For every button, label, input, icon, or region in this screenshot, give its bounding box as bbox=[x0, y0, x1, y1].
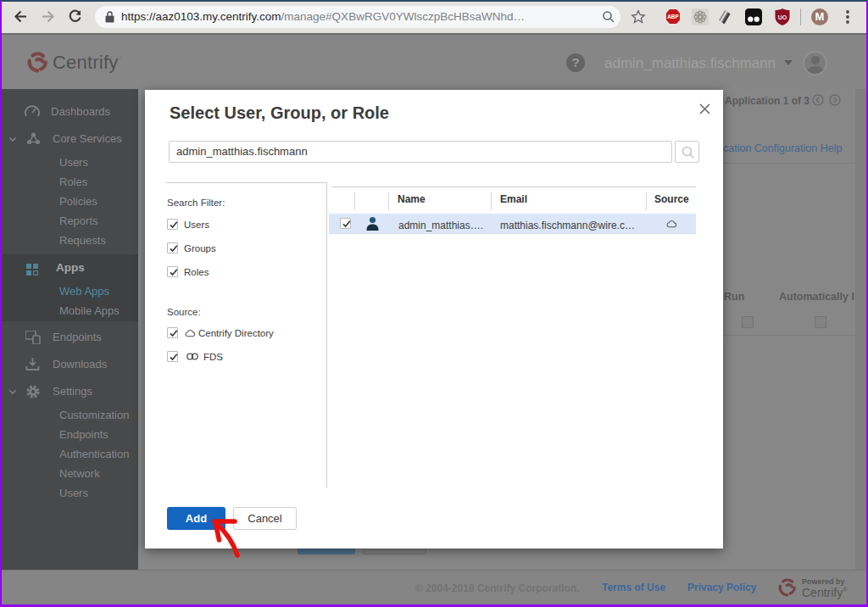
svg-text:UO: UO bbox=[778, 14, 787, 20]
svg-text:ABP: ABP bbox=[667, 14, 679, 19]
